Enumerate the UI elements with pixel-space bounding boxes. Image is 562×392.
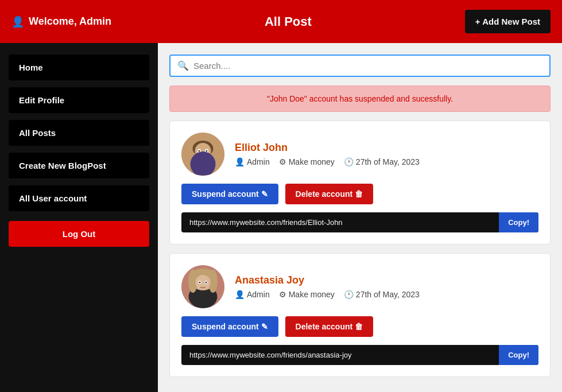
alert-banner: "John Doe" account has suspended and suc…: [169, 86, 551, 112]
sidebar-item-all-users[interactable]: All User account: [9, 185, 149, 211]
sidebar-item-create-blog[interactable]: Create New BlogPost: [9, 153, 149, 178]
sidebar-item-home[interactable]: Home: [9, 55, 149, 80]
delete-account-button-anastasia[interactable]: Delete account 🗑: [285, 316, 373, 337]
header: 👤 Welcome, Admin All Post + Add New Post: [0, 0, 562, 43]
svg-point-19: [206, 282, 207, 284]
suspend-account-button-elliot[interactable]: Suspend account ✎: [181, 184, 278, 204]
add-new-post-button[interactable]: + Add New Post: [465, 10, 551, 33]
url-row-elliot: https://www.mywebsite.com/friends/Elliot…: [181, 212, 538, 232]
clock-icon-a: 🕐: [344, 290, 354, 299]
role-icon: 👤: [235, 157, 245, 166]
user-meta-elliot: 👤 Admin ⚙ Make money 🕐 27th of May, 2023: [235, 157, 538, 166]
search-container: 🔍: [169, 55, 551, 77]
user-role-anastasia: 👤 Admin: [235, 290, 270, 299]
user-card-anastasia: Anastasia Joy 👤 Admin ⚙ Make money 🕐 2: [169, 253, 551, 377]
search-icon: 🔍: [177, 60, 189, 71]
action-row-elliot: Suspend account ✎ Delete account 🗑: [181, 184, 538, 204]
main-layout: Home Edit Profile All Posts Create New B…: [0, 43, 562, 392]
page-title: All Post: [265, 14, 312, 29]
user-meta-anastasia: 👤 Admin ⚙ Make money 🕐 27th of May, 2023: [235, 290, 538, 299]
category-icon: ⚙: [279, 157, 286, 166]
action-row-anastasia: Suspend account ✎ Delete account 🗑: [181, 316, 538, 337]
user-details-anastasia: Anastasia Joy 👤 Admin ⚙ Make money 🕐 2: [235, 274, 538, 299]
url-text-elliot: https://www.mywebsite.com/friends/Elliot…: [181, 212, 499, 232]
svg-point-8: [191, 152, 216, 176]
user-name-anastasia: Anastasia Joy: [235, 274, 538, 286]
svg-point-18: [199, 282, 201, 284]
clock-icon: 🕐: [344, 157, 354, 166]
avatar-anastasia: [181, 265, 224, 308]
svg-point-7: [206, 150, 208, 152]
sidebar: Home Edit Profile All Posts Create New B…: [0, 43, 158, 392]
avatar-image-anastasia: [181, 265, 224, 308]
svg-point-6: [199, 150, 200, 152]
url-text-anastasia: https://www.mywebsite.com/friends/anasta…: [181, 345, 499, 365]
welcome-text: Welcome, Admin: [29, 15, 111, 28]
main-content: 🔍 "John Doe" account has suspended and s…: [158, 43, 562, 392]
role-icon-a: 👤: [235, 290, 245, 299]
plus-icon: +: [475, 17, 482, 26]
logout-button[interactable]: Log Out: [9, 221, 149, 247]
avatar-elliot: [181, 133, 224, 176]
user-name-elliot: Elliot John: [235, 142, 538, 154]
category-icon-a: ⚙: [279, 290, 286, 299]
user-card-elliot: Elliot John 👤 Admin ⚙ Make money 🕐 27t: [169, 121, 551, 244]
avatar-image-elliot: [181, 133, 224, 176]
delete-account-button-elliot[interactable]: Delete account 🗑: [285, 184, 373, 204]
url-row-anastasia: https://www.mywebsite.com/friends/anasta…: [181, 345, 538, 365]
sidebar-item-edit-profile[interactable]: Edit Profile: [9, 87, 149, 113]
sidebar-item-all-posts[interactable]: All Posts: [9, 120, 149, 146]
user-category-anastasia: ⚙ Make money: [279, 290, 335, 299]
user-date-elliot: 🕐 27th of May, 2023: [344, 157, 420, 166]
user-date-anastasia: 🕐 27th of May, 2023: [344, 290, 420, 299]
header-welcome: 👤 Welcome, Admin: [11, 15, 111, 28]
user-details-elliot: Elliot John 👤 Admin ⚙ Make money 🕐 27t: [235, 142, 538, 166]
copy-button-anastasia[interactable]: Copy!: [499, 345, 538, 365]
user-info-row-anastasia: Anastasia Joy 👤 Admin ⚙ Make money 🕐 2: [181, 265, 538, 308]
user-icon: 👤: [11, 15, 24, 28]
suspend-account-button-anastasia[interactable]: Suspend account ✎: [181, 316, 278, 337]
user-category-elliot: ⚙ Make money: [279, 157, 335, 166]
search-input[interactable]: [193, 61, 542, 71]
copy-button-elliot[interactable]: Copy!: [499, 212, 538, 232]
user-role-elliot: 👤 Admin: [235, 157, 270, 166]
user-info-row: Elliot John 👤 Admin ⚙ Make money 🕐 27t: [181, 133, 538, 176]
